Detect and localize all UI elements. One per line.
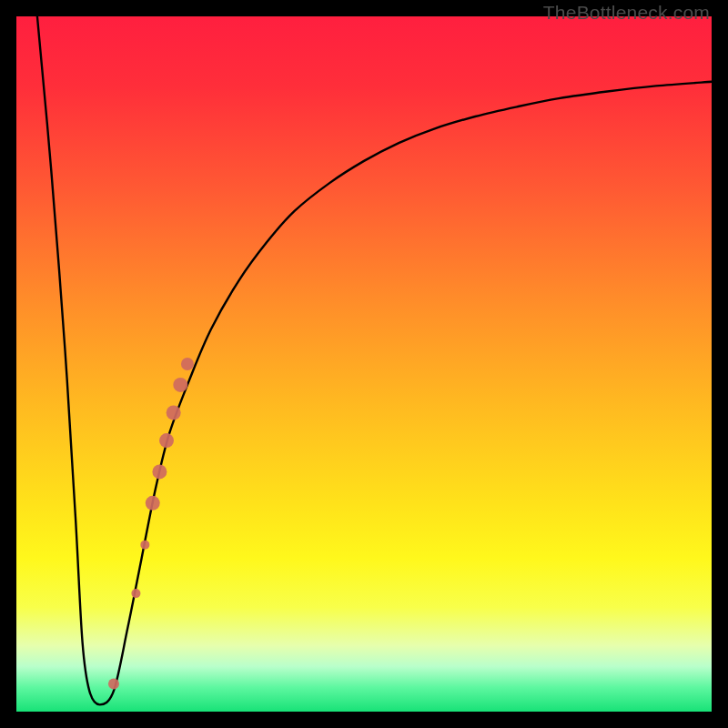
chart-frame	[16, 16, 712, 712]
curve-marker	[181, 358, 194, 370]
curve-marker	[173, 378, 187, 392]
curve-marker	[152, 464, 167, 479]
chart-background	[16, 16, 712, 712]
curve-marker	[159, 433, 174, 448]
chart-svg	[16, 16, 712, 712]
curve-marker	[146, 496, 160, 511]
curve-marker	[140, 541, 149, 550]
curve-marker	[131, 589, 140, 598]
watermark-text: TheBottleneck.com	[543, 2, 710, 24]
curve-marker	[108, 678, 119, 689]
curve-marker	[167, 405, 181, 420]
